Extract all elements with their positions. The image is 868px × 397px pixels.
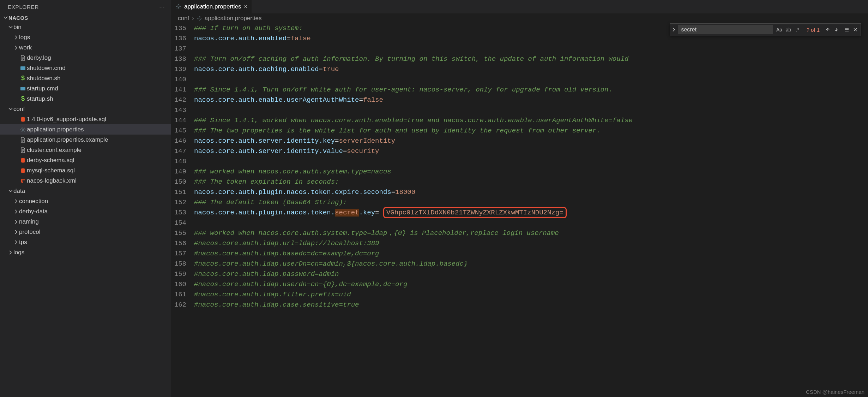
- explorer-actions-icon[interactable]: ⋯: [159, 4, 165, 10]
- tree-item-label: logs: [13, 249, 24, 256]
- tree-item-label: startup.sh: [27, 95, 53, 102]
- file-xml-icon: [19, 178, 27, 184]
- gear-icon: [197, 16, 202, 21]
- svg-point-3: [22, 129, 24, 130]
- tree-item-label: bin: [13, 24, 22, 31]
- folder-logs[interactable]: logs: [0, 247, 171, 257]
- file-application-properties[interactable]: application.properties: [0, 124, 171, 135]
- tab-label: application.properties: [184, 3, 241, 10]
- tree-item-label: protocol: [19, 229, 40, 236]
- match-case-icon[interactable]: Aa: [775, 26, 783, 34]
- find-count: ? of 1: [803, 27, 822, 33]
- line-gutter: 1351361371381391401411421431441451461471…: [171, 23, 194, 397]
- file-derby-log[interactable]: derby.log: [0, 53, 171, 63]
- folder-tps[interactable]: tps: [0, 237, 171, 247]
- tree-item-label: derby-data: [19, 208, 48, 215]
- file-startup-sh[interactable]: $startup.sh: [0, 94, 171, 104]
- match-whole-word-icon[interactable]: ab: [784, 26, 792, 34]
- tree-item-label: startup.cmd: [27, 85, 58, 92]
- project-root[interactable]: NACOS: [0, 13, 171, 22]
- chevron-right-icon: [13, 230, 19, 234]
- file-tree: binlogsworkderby.logshutdown.cmd$shutdow…: [0, 22, 171, 397]
- svg-point-6: [23, 179, 25, 180]
- editor-area: application.properties × conf › applicat…: [171, 0, 868, 397]
- watermark: CSDN @hainesFreeman: [806, 389, 864, 395]
- tree-item-label: data: [13, 188, 25, 195]
- file-1-4-0-ipv6-support-update-sql[interactable]: 1.4.0-ipv6_support-update.sql: [0, 114, 171, 124]
- find-next-icon[interactable]: [832, 26, 840, 34]
- file-sql-icon: [19, 117, 27, 122]
- code-content: ### If turn on auth system:nacos.core.au…: [194, 23, 868, 397]
- chevron-right-icon: [13, 199, 19, 203]
- file-sh-icon: $: [19, 75, 27, 82]
- tree-item-label: cluster.conf.example: [27, 147, 82, 154]
- file-nacos-logback-xml[interactable]: nacos-logback.xml: [0, 176, 171, 186]
- folder-work[interactable]: work: [0, 42, 171, 53]
- breadcrumb-segment: conf: [178, 15, 189, 22]
- file-sh-icon: $: [19, 95, 27, 102]
- tab-bar: application.properties ×: [171, 0, 868, 13]
- chevron-right-icon: [13, 46, 19, 50]
- file-application-properties-example[interactable]: application.properties.example: [0, 135, 171, 145]
- find-input[interactable]: [678, 25, 773, 34]
- file-sql-icon: [19, 158, 27, 163]
- folder-derby-data[interactable]: derby-data: [0, 206, 171, 217]
- tree-item-label: tps: [19, 239, 27, 246]
- file-startup-cmd[interactable]: startup.cmd: [0, 83, 171, 94]
- code-editor[interactable]: 1351361371381391401411421431441451461471…: [171, 23, 868, 397]
- tree-item-label: mysql-schema.sql: [27, 167, 75, 174]
- tree-item-label: nacos-logback.xml: [27, 177, 77, 184]
- chevron-right-icon: [8, 250, 13, 255]
- tree-item-label: derby.log: [27, 54, 51, 61]
- folder-conf[interactable]: conf: [0, 104, 171, 114]
- close-icon[interactable]: ×: [244, 4, 247, 10]
- chevron-down-icon: [8, 189, 13, 193]
- chevron-right-icon: [13, 240, 19, 244]
- file-shutdown-sh[interactable]: $shutdown.sh: [0, 73, 171, 83]
- find-widget: Aa ab .* ? of 1: [670, 23, 861, 36]
- find-prev-icon[interactable]: [824, 26, 832, 34]
- breadcrumb-segment: application.properties: [205, 15, 262, 22]
- tab-application-properties[interactable]: application.properties ×: [171, 0, 252, 13]
- file-cluster-conf-example[interactable]: cluster.conf.example: [0, 145, 171, 155]
- close-find-icon[interactable]: [851, 26, 859, 34]
- explorer-title: EXPLORER: [8, 4, 159, 10]
- svg-rect-0: [20, 66, 25, 70]
- chevron-right-icon[interactable]: [670, 24, 678, 36]
- file-sql-icon: [19, 168, 27, 173]
- folder-data[interactable]: data: [0, 186, 171, 196]
- file-cmd-icon: [19, 86, 27, 91]
- chevron-down-icon: [8, 25, 13, 29]
- find-in-selection-icon[interactable]: [843, 26, 851, 34]
- folder-bin[interactable]: bin: [0, 22, 171, 32]
- gear-icon: [176, 4, 181, 10]
- svg-point-8: [199, 18, 200, 19]
- chevron-right-icon: ›: [192, 15, 194, 22]
- svg-point-7: [178, 6, 179, 7]
- chevron-right-icon: [13, 220, 19, 224]
- tree-item-label: work: [19, 44, 32, 51]
- tree-item-label: 1.4.0-ipv6_support-update.sql: [27, 116, 106, 123]
- tree-item-label: derby-schema.sql: [27, 157, 74, 164]
- tree-item-label: application.properties: [27, 126, 84, 133]
- regex-icon[interactable]: .*: [794, 26, 801, 34]
- file-shutdown-cmd[interactable]: shutdown.cmd: [0, 63, 171, 73]
- breadcrumb[interactable]: conf › application.properties: [171, 13, 868, 23]
- tree-item-label: conf: [13, 106, 25, 113]
- folder-naming[interactable]: naming: [0, 217, 171, 227]
- file-mysql-schema-sql[interactable]: mysql-schema.sql: [0, 165, 171, 176]
- folder-connection[interactable]: connection: [0, 196, 171, 206]
- chevron-down-icon: [8, 107, 13, 111]
- tree-item-label: shutdown.cmd: [27, 65, 66, 72]
- folder-logs[interactable]: logs: [0, 32, 171, 42]
- tree-item-label: shutdown.sh: [27, 75, 60, 82]
- file-txt-icon: [19, 137, 27, 143]
- svg-rect-1: [20, 87, 25, 90]
- explorer-panel: EXPLORER ⋯ NACOS binlogsworkderby.logshu…: [0, 0, 171, 397]
- file-derby-schema-sql[interactable]: derby-schema.sql: [0, 155, 171, 165]
- highlighted-secret-value: VGhpc0lzTXlDdXN0b21TZWNyZXRLZXkwMTIzNDU2…: [383, 207, 567, 218]
- chevron-right-icon: [13, 35, 19, 40]
- file-cfg-icon: [19, 127, 27, 132]
- tree-item-label: naming: [19, 218, 39, 225]
- folder-protocol[interactable]: protocol: [0, 227, 171, 237]
